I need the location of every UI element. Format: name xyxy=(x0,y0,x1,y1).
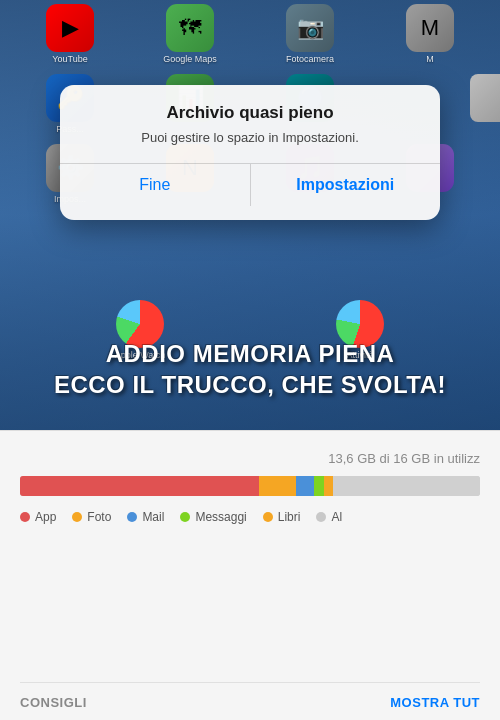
app-maps[interactable]: 🗺 Google Maps xyxy=(163,4,218,64)
phone-screenshot: ▶ YouTube 🗺 Google Maps 📷 Fotocamera M M… xyxy=(0,0,500,430)
app-youtube[interactable]: ▶ YouTube xyxy=(43,4,98,64)
maps-icon: 🗺 xyxy=(166,4,214,52)
app-row-1: ▶ YouTube 🗺 Google Maps 📷 Fotocamera M M xyxy=(0,0,500,68)
legend-dot-app xyxy=(20,512,30,522)
storage-header-text: 13,6 GB di 16 GB in utilizz xyxy=(20,451,480,466)
dialog-cancel-button[interactable]: Fine xyxy=(60,164,250,206)
legend-mail: Mail xyxy=(127,510,164,524)
bar-free xyxy=(333,476,480,496)
legend-libri: Libri xyxy=(263,510,301,524)
hero-line1: ADDIO MEMORIA PIENA xyxy=(10,338,490,369)
legend-dot-messaggi xyxy=(180,512,190,522)
bar-foto xyxy=(259,476,296,496)
legend-label-app: App xyxy=(35,510,56,524)
camera-label: Fotocamera xyxy=(286,54,334,64)
storage-bar xyxy=(20,476,480,496)
legend-label-foto: Foto xyxy=(87,510,111,524)
legend-label-al: Al xyxy=(331,510,342,524)
hero-line2: ECCO IL TRUCCO, CHE SVOLTA! xyxy=(10,369,490,400)
legend-app: App xyxy=(20,510,56,524)
legend-label-messaggi: Messaggi xyxy=(195,510,246,524)
dialog-action-button[interactable]: Impostazioni xyxy=(251,164,441,206)
bar-messaggi xyxy=(314,476,323,496)
dialog-title: Archivio quasi pieno xyxy=(80,103,420,123)
bar-app xyxy=(20,476,259,496)
youtube-label: YouTube xyxy=(52,54,87,64)
legend-dot-foto xyxy=(72,512,82,522)
hero-text-block: ADDIO MEMORIA PIENA ECCO IL TRUCCO, CHE … xyxy=(0,338,500,400)
dialog-buttons: Fine Impostazioni xyxy=(60,164,440,206)
legend-label-libri: Libri xyxy=(278,510,301,524)
bar-mail xyxy=(296,476,314,496)
bar-libri xyxy=(324,476,333,496)
storage-footer: CONSIGLI MOSTRA TUT xyxy=(20,682,480,710)
camera-icon: 📷 xyxy=(286,4,334,52)
legend-messaggi: Messaggi xyxy=(180,510,246,524)
mystery-icon: M xyxy=(406,4,454,52)
dialog-message: Puoi gestire lo spazio in Impostazioni. xyxy=(80,129,420,147)
legend-dot-mail xyxy=(127,512,137,522)
youtube-icon: ▶ xyxy=(46,4,94,52)
legend-foto: Foto xyxy=(72,510,111,524)
legend-label-mail: Mail xyxy=(142,510,164,524)
storage-section: 13,6 GB di 16 GB in utilizz App Foto Mai… xyxy=(0,430,500,720)
mystery-label: M xyxy=(426,54,434,64)
storage-dialog: Archivio quasi pieno Puoi gestire lo spa… xyxy=(60,85,440,220)
app-camera[interactable]: 📷 Fotocamera xyxy=(283,4,338,64)
legend-dot-al xyxy=(316,512,326,522)
maps-label: Google Maps xyxy=(163,54,217,64)
legend-al: Al xyxy=(316,510,342,524)
footer-consigli: CONSIGLI xyxy=(20,695,87,710)
footer-mostra[interactable]: MOSTRA TUT xyxy=(390,695,480,710)
storage-legend: App Foto Mail Messaggi Libri Al xyxy=(20,510,480,524)
partial-icon xyxy=(470,74,500,122)
legend-dot-libri xyxy=(263,512,273,522)
app-mystery[interactable]: M M xyxy=(403,4,458,64)
